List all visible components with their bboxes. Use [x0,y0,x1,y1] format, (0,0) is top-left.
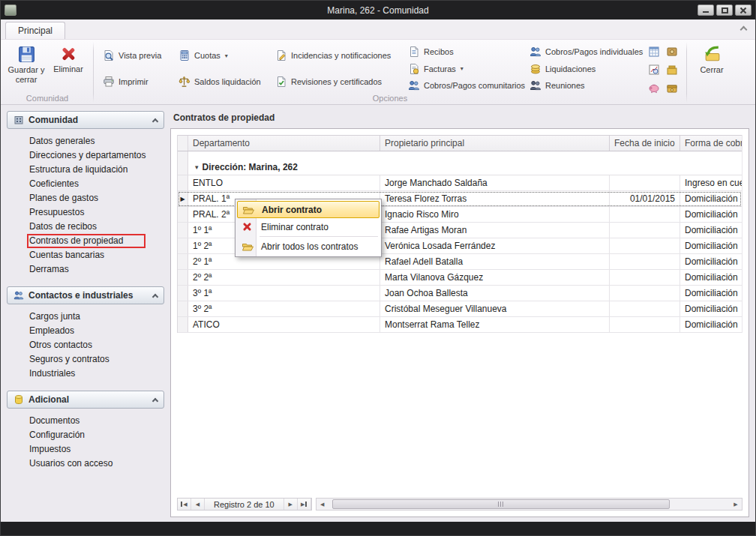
tab-principal[interactable]: Principal [5,22,65,39]
imprimir-button[interactable]: Imprimir [101,75,169,88]
sidebar-item-configuracion[interactable]: Configuración [29,430,163,440]
cerrar-button[interactable]: Cerrar [691,43,733,77]
ribbon-separator [93,42,94,103]
sidebar-item-datos-recibos[interactable]: Datos de recibos [29,222,163,232]
restore-button[interactable] [716,4,733,16]
section-items-adicional: Documentos Configuración Impuestos Usuar… [7,409,164,481]
menu-separator [260,236,378,237]
open-folder-icon [241,204,255,216]
sidebar-item-contratos-propiedad[interactable]: Contratos de propiedad [29,236,143,246]
delete-button-label: Eliminar [53,64,83,74]
safe-icon[interactable] [664,44,680,59]
sidebar-item-direcciones[interactable]: Direcciones y departamentos [29,151,163,160]
sidebar-item-seguros-contratos[interactable]: Seguros y contratos [29,355,163,364]
page-title: Contratos de propiedad [170,111,749,128]
facturas-button[interactable]: Facturas ▾ [406,62,520,76]
cobros-pagos-comunitarios-button[interactable]: Cobros/Pagos comunitarios [406,79,520,92]
ribbon-separator [686,42,687,103]
sidebar-item-otros-contactos[interactable]: Otros contactos [29,340,163,350]
menu-item-eliminar-contrato[interactable]: Eliminar contrato [237,218,380,235]
revisiones-button[interactable]: Revisiones y certificados [274,75,398,88]
nav-next-button[interactable]: ▶ [284,499,298,510]
collapse-ribbon-icon[interactable] [740,26,748,34]
incidencias-button[interactable]: Incidencias y notificaciones [274,49,398,62]
printer-icon [103,76,115,88]
dropdown-icon: ▾ [460,65,464,72]
cashbox-icon[interactable] [664,80,680,95]
sidebar-section-adicional[interactable]: Adicional [7,391,164,409]
save-button-label: Guardar y cerrar [6,65,46,84]
sidebar-item-planes-gastos[interactable]: Planes de gastos [29,193,163,203]
nav-last-button[interactable]: ▶ [298,499,311,510]
grid-header-row: Departamento Propietario principal Fecha… [178,135,742,151]
table-row[interactable]: 3º 1ª Joan Ochoa Ballesta Domiciliación [178,286,742,301]
people-icon [14,290,24,301]
sidebar-section-contactos[interactable]: Contactos e industriales [7,286,164,304]
close-button[interactable] [735,4,752,16]
app-icon[interactable] [4,4,16,16]
status-bar [1,522,755,535]
chevron-up-icon [152,397,158,403]
grid-bottom-bar: ◀ ◀ Registro 2 de 10 ▶ ▶ ◀ ▶ [177,498,742,511]
table-row[interactable]: ATICO Montserrat Rama Tellez Domiciliaci… [178,317,742,333]
nav-first-button[interactable]: ◀ [178,499,191,510]
grid-spacer [178,151,742,159]
save-and-close-button[interactable]: Guardar y cerrar [5,43,47,86]
open-folder-icon [240,241,254,253]
ledger-icon[interactable] [646,44,662,59]
titlebar[interactable]: Marina, 262 - Comunidad [1,1,755,19]
scrollbar-thumb[interactable] [332,499,670,509]
section-items-contactos: Cargos junta Empleados Otros contactos S… [7,304,164,391]
cobros-pagos-individuales-button[interactable]: Cobros/Pagos individuales [528,45,639,58]
minimize-icon [703,11,709,13]
column-header-departamento[interactable]: Departamento [188,136,380,151]
liquidaciones-button[interactable]: Liquidaciones [528,62,639,76]
ribbon-group-opciones: Vista previa Imprimir Cuotas ▾ Saldos li… [94,40,686,104]
sidebar-item-derramas[interactable]: Derramas [29,265,163,274]
sidebar-item-industriales[interactable]: Industriales [29,369,163,379]
sidebar-item-empleados[interactable]: Empleados [29,326,163,336]
column-header-propietario[interactable]: Propietario principal [380,136,610,151]
minimize-button[interactable] [698,4,714,16]
column-header-fecha[interactable]: Fecha de inicio [610,136,680,151]
piggy-bank-icon[interactable] [646,80,662,95]
menu-item-abrir-contrato[interactable]: Abrir contrato [237,201,380,218]
sidebar-item-cuentas-bancarias[interactable]: Cuentas bancarias [29,250,163,260]
sidebar-item-presupuestos[interactable]: Presupuestos [29,208,163,217]
sidebar-item-coeficientes[interactable]: Coeficientes [29,179,163,189]
nav-first-icon: ◀ [183,502,187,507]
section-title: Adicional [28,394,69,405]
group-row[interactable]: ▾ Dirección: Marina, 262 [178,159,742,175]
sidebar-item-usuarios-acceso[interactable]: Usuarios con acceso [29,459,163,469]
table-row[interactable]: 2º 2ª Marta Vilanova Gázquez Domiciliaci… [178,270,742,286]
delete-button[interactable]: Eliminar [47,43,89,76]
menu-item-abrir-todos[interactable]: Abrir todos los contratos [237,238,380,255]
recibos-button[interactable]: Recibos [406,45,520,58]
app-window: Marina, 262 - Comunidad Principal Guarda… [0,0,756,536]
horizontal-scrollbar[interactable]: ◀ ▶ [316,498,742,511]
cuotas-button[interactable]: Cuotas ▾ [177,49,266,62]
sidebar-item-documentos[interactable]: Documentos [29,416,163,426]
sidebar-section-comunidad[interactable]: Comunidad [7,111,164,129]
money-box-icon[interactable] [664,62,680,77]
table-row[interactable]: 3º 2ª Cristóbal Meseguer Villanueva Domi… [178,301,742,317]
sidebar-item-estructura-liquidacion[interactable]: Estructura de liquidación [29,165,163,175]
saldos-liquidacion-button[interactable]: Saldos liquidación [177,75,266,88]
collapse-group-icon[interactable]: ▾ [195,163,199,171]
reuniones-button[interactable]: Reuniones [528,79,639,92]
sidebar-item-impuestos[interactable]: Impuestos [29,445,163,454]
scroll-right-icon[interactable]: ▶ [730,499,742,510]
ribbon-group-comunidad: Guardar y cerrar Eliminar Comunidad [2,40,92,104]
window-title: Marina, 262 - Comunidad [1,5,755,16]
scroll-left-icon[interactable]: ◀ [316,499,328,510]
chart-search-icon[interactable] [646,62,662,77]
table-row[interactable]: ENTLO Jorge Manchado Saldaña Ingreso en … [178,175,742,191]
nav-prev-button[interactable]: ◀ [191,499,205,510]
sidebar-item-datos-generales[interactable]: Datos generales [29,136,163,146]
vista-previa-button[interactable]: Vista previa [101,49,169,62]
scrollbar-track[interactable] [328,499,730,510]
section-title: Comunidad [28,115,78,125]
column-header-forma[interactable]: Forma de cobro [680,136,742,151]
sidebar-item-cargos-junta[interactable]: Cargos junta [29,312,163,322]
save-icon [17,45,36,64]
